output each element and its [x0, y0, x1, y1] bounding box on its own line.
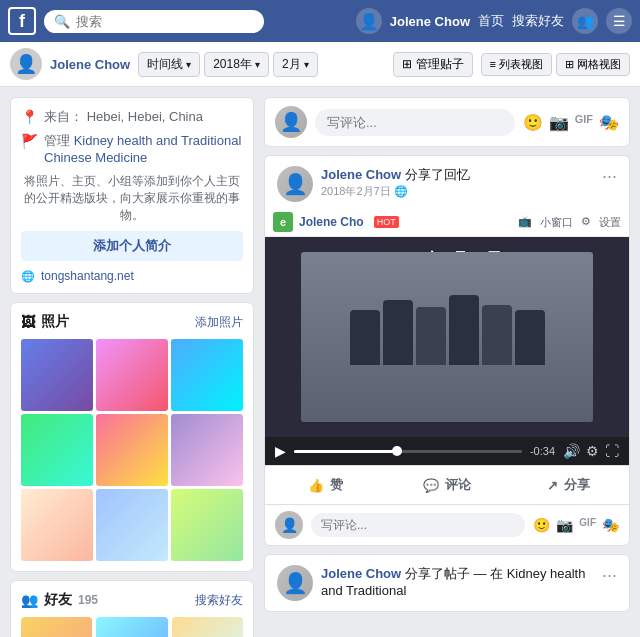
nav-home-link[interactable]: 首页 [478, 12, 504, 30]
video-header-controls: 📺 小窗口 ⚙ 设置 [518, 215, 621, 230]
friend-item-2[interactable]: 👤 Daniel Seliger 10 篇新帖子 [96, 617, 167, 637]
play-button[interactable]: ▶ [275, 443, 286, 459]
profile-sub-nav: 👤 Jolene Chow 时间线 ▾ 2018年 ▾ 2月 ▾ ⊞ 管理贴子 … [0, 42, 640, 87]
intro-text: 将照片、主页、小组等添加到你个人主页的公开精选版块，向大家展示你重视的事物。 [21, 173, 243, 223]
photos-title: 🖼 照片 [21, 313, 69, 331]
search-icon: 🔍 [54, 14, 70, 29]
progress-bar[interactable] [294, 450, 522, 453]
comment-camera-icon[interactable]: 📷 [556, 517, 573, 533]
add-intro-btn[interactable]: 添加个人简介 [21, 231, 243, 261]
friends-header: 👥 好友 195 搜索好友 [21, 591, 243, 609]
share-btn[interactable]: ↗ 分享 [508, 470, 629, 500]
like-icon: 👍 [308, 478, 324, 493]
year-filter-btn[interactable]: 2018年 ▾ [204, 52, 269, 77]
comment-icon: 💬 [423, 478, 439, 493]
post-card-2: 👤 Jolene Chow 分享了帖子 — 在 Kidney health an… [264, 554, 630, 612]
website-link[interactable]: 🌐 tongshantang.net [21, 269, 243, 283]
friend-avatar-1: 📖 [21, 617, 92, 637]
gif-icon[interactable]: GIF [575, 113, 593, 132]
settings-label: 设置 [599, 215, 621, 230]
video-time: -0:34 [530, 445, 555, 457]
video-badges: HOT [374, 216, 399, 228]
video-site-name: Jolene Cho [299, 215, 364, 229]
post-meta-1: Jolene Chow 分享了回忆 2018年2月7日 🌐 [321, 166, 594, 199]
small-window-label[interactable]: 小窗口 [540, 215, 573, 230]
settings-gear-icon[interactable]: ⚙ [586, 443, 599, 459]
nav-search-friends-link[interactable]: 搜索好友 [512, 12, 564, 30]
video-people [301, 252, 592, 422]
camera-icon[interactable]: 📷 [549, 113, 569, 132]
list-icon: ≡ [490, 58, 496, 70]
nav-menu-icon-btn[interactable]: ☰ [606, 8, 632, 34]
timeline-label: 时间线 [147, 56, 183, 73]
comment-sticker-icon[interactable]: 🎭 [602, 517, 619, 533]
comment-smiley-icon[interactable]: 🙂 [533, 517, 550, 533]
post-preview-author[interactable]: Jolene Chow [321, 566, 401, 581]
post-more-btn-2[interactable]: ··· [602, 565, 617, 586]
nav-right: 👤 Jolene Chow 首页 搜索好友 👥 ☰ [356, 8, 632, 34]
photos-icon: 🖼 [21, 314, 35, 330]
profile-nav-name[interactable]: Jolene Chow [50, 57, 130, 72]
friend-item-1[interactable]: 📖 Taking pains to remove the pains of ot… [21, 617, 92, 637]
menu-icon: ☰ [613, 13, 626, 29]
intro-card: 📍 来自： Hebei, Hebei, China 🚩 管理 Kidney he… [10, 97, 254, 294]
video-site-logo: e [273, 212, 293, 232]
user-avatar-icon: 👤 [280, 111, 302, 133]
view-toggle: ≡ 列表视图 ⊞ 网格视图 [481, 53, 630, 76]
photo-thumb-5[interactable] [96, 414, 168, 486]
grid-view-btn[interactable]: ⊞ 网格视图 [556, 53, 630, 76]
month-filter-btn[interactable]: 2月 ▾ [273, 52, 318, 77]
timeline-filter-btn[interactable]: 时间线 ▾ [138, 52, 200, 77]
search-friends-btn[interactable]: 搜索好友 [195, 592, 243, 609]
smiley-icon[interactable]: 🙂 [523, 113, 543, 132]
comment-input[interactable] [315, 109, 515, 136]
like-btn[interactable]: 👍 赞 [265, 470, 386, 500]
sticker-icon[interactable]: 🎭 [599, 113, 619, 132]
friends-grid: 📖 Taking pains to remove the pains of ot… [21, 617, 243, 637]
top-nav: f 🔍 👤 Jolene Chow 首页 搜索好友 👥 ☰ [0, 0, 640, 42]
search-input[interactable] [76, 14, 254, 29]
list-view-btn[interactable]: ≡ 列表视图 [481, 53, 552, 76]
photos-card: 🖼 照片 添加照片 [10, 302, 254, 572]
profile-nav-avatar[interactable]: 👤 [356, 8, 382, 34]
grid-view-icon: ⊞ [565, 58, 574, 71]
video-container: e Jolene Cho HOT 📺 小窗口 ⚙ 设置 2018年1 [265, 208, 629, 465]
post-more-btn-1[interactable]: ··· [602, 166, 617, 187]
video-body: 2018年1月20日 [265, 237, 629, 437]
year-label: 2018年 [213, 56, 252, 73]
chevron-icon-month: ▾ [304, 59, 309, 70]
photo-thumb-3[interactable] [171, 339, 243, 411]
nav-username: Jolene Chow [390, 14, 470, 29]
friends-card: 👥 好友 195 搜索好友 📖 Taking pains to remove t… [10, 580, 254, 637]
photo-thumb-7[interactable] [21, 489, 93, 561]
month-label: 2月 [282, 56, 301, 73]
post-author-avatar-2: 👤 [277, 565, 313, 601]
volume-icon[interactable]: 🔊 [563, 443, 580, 459]
photo-thumb-4[interactable] [21, 414, 93, 486]
photo-thumb-2[interactable] [96, 339, 168, 411]
progress-dot [392, 446, 402, 456]
nav-people-icon-btn[interactable]: 👥 [572, 8, 598, 34]
comment-row-input[interactable] [311, 513, 525, 537]
avatar-icon: 👤 [359, 12, 379, 31]
comment-gif-icon[interactable]: GIF [579, 517, 596, 533]
comment-row-1: 👤 🙂 📷 GIF 🎭 [265, 504, 629, 545]
settings-icon[interactable]: ⚙ [581, 215, 591, 230]
right-feed: 👤 🙂 📷 GIF 🎭 👤 Jolene Chow [264, 97, 630, 612]
post-header-1: 👤 Jolene Chow 分享了回忆 2018年2月7日 🌐 ··· [265, 156, 629, 208]
post-author-name-1[interactable]: Jolene Chow [321, 167, 401, 182]
friend-item-3[interactable]: 👤 Bushra Shahid 10 篇新帖子 [172, 617, 243, 637]
photo-thumb-8[interactable] [96, 489, 168, 561]
photo-thumb-9[interactable] [171, 489, 243, 561]
manage-posts-btn[interactable]: ⊞ 管理贴子 [393, 52, 473, 77]
photo-thumb-1[interactable] [21, 339, 93, 411]
people-icon: 👥 [577, 13, 594, 29]
fullscreen-icon[interactable]: ⛶ [605, 443, 619, 459]
add-photos-btn[interactable]: 添加照片 [195, 314, 243, 331]
photo-thumb-6[interactable] [171, 414, 243, 486]
comment-row-avatar: 👤 [275, 511, 303, 539]
friends-title: 👥 好友 195 [21, 591, 98, 609]
comment-btn[interactable]: 💬 评论 [386, 470, 507, 500]
write-comment-box: 👤 🙂 📷 GIF 🎭 [264, 97, 630, 147]
search-bar[interactable]: 🔍 [44, 10, 264, 33]
